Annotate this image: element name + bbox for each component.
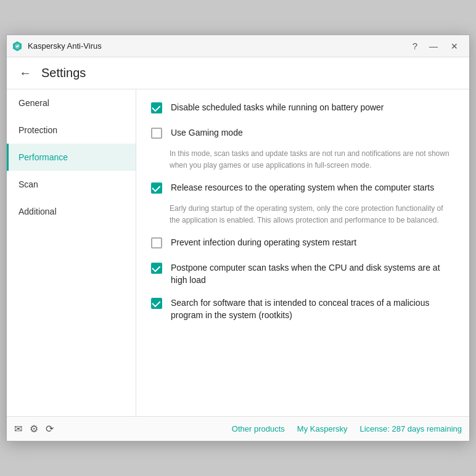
checkbox-prevent-infection[interactable] bbox=[151, 237, 165, 251]
sidebar: General Protection Performance Scan Addi… bbox=[7, 89, 136, 416]
sidebar-item-protection[interactable]: Protection bbox=[7, 117, 136, 144]
setting-release-resources: Release resources to the operating syste… bbox=[151, 182, 454, 196]
back-button[interactable]: ← bbox=[17, 64, 34, 83]
label-prevent-infection: Prevent infection during operating syste… bbox=[171, 237, 454, 249]
setting-gaming-mode: Use Gaming mode bbox=[151, 127, 454, 141]
label-search-rootkits: Search for software that is intended to … bbox=[171, 297, 454, 321]
setting-prevent-infection: Prevent infection during operating syste… bbox=[151, 237, 454, 251]
label-disable-scheduled: Disable scheduled tasks while running on… bbox=[171, 102, 454, 114]
sidebar-item-general[interactable]: General bbox=[7, 89, 136, 117]
checkbox-release-resources-box[interactable] bbox=[151, 183, 162, 194]
label-gaming-mode: Use Gaming mode bbox=[171, 127, 454, 139]
label-release-resources: Release resources to the operating syste… bbox=[171, 182, 454, 194]
help-button[interactable]: ? bbox=[406, 38, 424, 55]
setting-search-rootkits: Search for software that is intended to … bbox=[151, 297, 454, 321]
checkbox-release-resources[interactable] bbox=[151, 183, 165, 196]
checkbox-disable-scheduled[interactable] bbox=[151, 102, 165, 116]
desc-gaming-mode: In this mode, scan tasks and update task… bbox=[151, 147, 454, 171]
minimize-button[interactable]: — bbox=[424, 38, 443, 55]
sidebar-item-performance[interactable]: Performance bbox=[7, 144, 136, 171]
checkbox-gaming-mode[interactable] bbox=[151, 128, 165, 141]
window-controls: — ✕ bbox=[424, 38, 464, 55]
my-kaspersky-link[interactable]: My Kaspersky bbox=[297, 424, 348, 433]
kaspersky-logo-icon bbox=[12, 41, 23, 52]
checkbox-disable-scheduled-box[interactable] bbox=[151, 102, 162, 113]
license-text: License: 287 days remaining bbox=[360, 424, 462, 433]
desc-release-resources: Early during startup of the operating sy… bbox=[151, 202, 454, 226]
checkbox-postpone-scan-box[interactable] bbox=[151, 263, 162, 274]
titlebar: Kaspersky Anti-Virus ? — ✕ bbox=[7, 35, 469, 57]
page-title: Settings bbox=[41, 66, 86, 80]
refresh-icon[interactable]: ⟳ bbox=[46, 423, 54, 435]
setting-disable-scheduled: Disable scheduled tasks while running on… bbox=[151, 102, 454, 116]
checkbox-gaming-mode-box[interactable] bbox=[151, 128, 162, 139]
window-title: Kaspersky Anti-Virus bbox=[28, 41, 406, 51]
other-products-link[interactable]: Other products bbox=[232, 424, 285, 433]
statusbar: ✉ ⚙ ⟳ Other products My Kaspersky Licens… bbox=[7, 416, 469, 441]
sidebar-item-scan[interactable]: Scan bbox=[7, 171, 136, 198]
label-postpone-scan: Postpone computer scan tasks when the CP… bbox=[171, 262, 454, 286]
sidebar-item-additional[interactable]: Additional bbox=[7, 198, 136, 225]
checkbox-prevent-infection-box[interactable] bbox=[151, 237, 162, 248]
desc-gaming-mode-text: In this mode, scan tasks and update task… bbox=[170, 149, 449, 170]
main-window: Kaspersky Anti-Virus ? — ✕ ← Settings Ge… bbox=[6, 35, 470, 441]
checkbox-search-rootkits[interactable] bbox=[151, 298, 165, 311]
checkbox-postpone-scan[interactable] bbox=[151, 263, 165, 276]
desc-release-resources-text: Early during startup of the operating sy… bbox=[170, 204, 443, 224]
main-content: Disable scheduled tasks while running on… bbox=[136, 89, 469, 416]
checkbox-search-rootkits-box[interactable] bbox=[151, 298, 162, 309]
settings-header: ← Settings bbox=[7, 57, 469, 89]
statusbar-links: Other products My Kaspersky License: 287… bbox=[232, 424, 462, 433]
statusbar-icons: ✉ ⚙ ⟳ bbox=[14, 423, 232, 435]
email-icon[interactable]: ✉ bbox=[14, 423, 22, 435]
close-button[interactable]: ✕ bbox=[445, 38, 464, 55]
content-area: General Protection Performance Scan Addi… bbox=[7, 89, 469, 416]
gear-icon[interactable]: ⚙ bbox=[30, 423, 38, 435]
setting-postpone-scan: Postpone computer scan tasks when the CP… bbox=[151, 262, 454, 286]
